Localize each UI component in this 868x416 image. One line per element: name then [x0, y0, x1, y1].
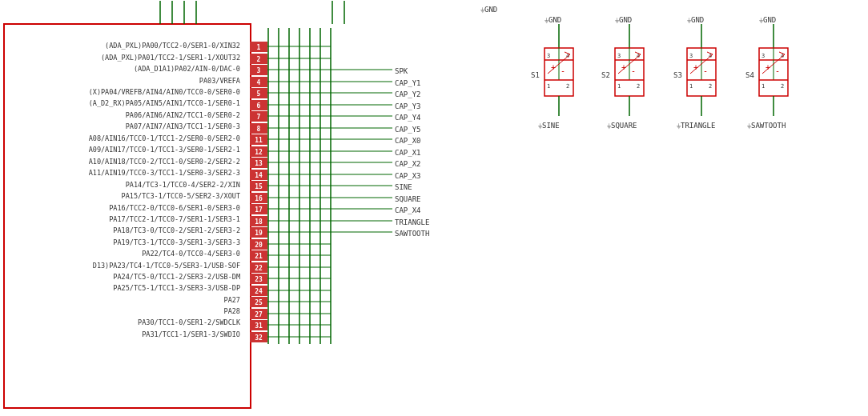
pin-num-7: 7	[257, 114, 261, 121]
signal-cap-x1: CAP_X1	[395, 149, 421, 157]
s1-pin2: 2	[566, 83, 569, 90]
s3-label: S3	[673, 71, 682, 79]
signal-sine: SINE	[395, 183, 412, 191]
s1-pin1: 1	[547, 83, 550, 90]
signal-cap-y5: CAP_Y5	[395, 126, 421, 134]
pin-label-8: PA07/AIN7/AIN3/TCC1-1/SER0-3	[126, 122, 240, 130]
s4-minus: -	[775, 66, 780, 75]
pin-label-19: PA22/TC4-0/TCC0-4/SER3-0	[142, 250, 240, 258]
s3-minus: -	[703, 66, 708, 75]
pin-label-10: A09/AIN17/TCC0-1/TCC1-3/SER0-1/SER2-1	[89, 146, 240, 154]
pin-label-2: (ADA_PXL)PA01/TCC2-1/SER1-1/XOUT32	[101, 54, 240, 62]
pin-num-21: 21	[255, 253, 263, 260]
pin-label-9: A08/AIN16/TCC0-1/TCC1-2/SER0-0/SER2-0	[89, 134, 240, 142]
gnd-top: ⏚GND	[480, 6, 497, 14]
s4-plus: +	[766, 63, 770, 72]
pin-num-13: 13	[255, 160, 263, 167]
pin-num-27: 27	[255, 311, 263, 318]
pin-label-4: PA03/VREFA	[199, 77, 240, 85]
signal-cap-x4: CAP_X4	[395, 206, 421, 214]
pin-num-1: 1	[257, 44, 261, 51]
pin-label-17: PA18/TC3-0/TCC0-2/SER1-2/SER3-2	[113, 226, 240, 234]
pin-num-2: 2	[257, 56, 261, 63]
signal-sawtooth: SAWTOOTH	[395, 230, 429, 238]
pin-label-26: PA31/TCC1-1/SER1-3/SWDIO	[142, 330, 240, 338]
pin-num-16: 16	[255, 195, 263, 202]
pin-label-20: D13)PA23/TC4-1/TCC0-5/SER3-1/USB-SOF	[93, 262, 240, 270]
pin-label-25: PA30/TCC1-0/SER1-2/SWDCLK	[138, 318, 241, 326]
s1-pin3: 3	[547, 53, 550, 59]
pin-num-6: 6	[257, 102, 261, 110]
s2-pin3: 3	[617, 53, 621, 59]
pin-num-23: 23	[255, 276, 263, 283]
pin-num-20: 20	[255, 242, 263, 249]
gnd-s3-top: ⏚GND	[687, 16, 704, 24]
pin-num-8: 8	[257, 126, 261, 133]
signal-square: SQUARE	[395, 195, 421, 203]
gnd-s1-top: ⏚GND	[545, 16, 561, 24]
pin-label-12: A11/AIN19/TCC0-3/TCC1-1/SER0-3/SER2-3	[89, 169, 240, 177]
pin-num-14: 14	[255, 172, 263, 179]
s4-pin3: 3	[762, 53, 765, 59]
s3-pin2: 2	[709, 83, 712, 90]
pin-label-15: PA16/TCC2-0/TCC0-6/SER1-0/SER3-0	[109, 204, 240, 212]
s1-plus: +	[551, 63, 556, 72]
pin-num-24: 24	[255, 288, 263, 295]
pin-label-21: PA24/TC5-0/TCC1-2/SER3-2/USB-DM	[113, 273, 240, 281]
pin-label-18: PA19/TC3-1/TCC0-3/SER1-3/SER3-3	[113, 238, 240, 246]
s1-minus: -	[561, 66, 565, 75]
schematic-svg: (ADA_PXL)PA00/TCC2-0/SER1-0/XIN32 (ADA_P…	[0, 0, 868, 416]
schematic-container: (ADA_PXL)PA00/TCC2-0/SER1-0/XIN32 (ADA_P…	[0, 0, 868, 416]
pin-label-22: PA25/TC5-1/TCC1-3/SER3-3/USB-DP	[113, 284, 240, 292]
signal-spk: SPK	[395, 67, 408, 75]
signal-cap-y3: CAP_Y3	[395, 102, 421, 110]
s2-plus: +	[621, 63, 626, 72]
pin-label-7: PA06/AIN6/AIN2/TCC1-0/SER0-2	[126, 111, 240, 119]
signal-cap-x3: CAP_X3	[395, 172, 421, 180]
s2-pin1: 1	[617, 83, 621, 90]
s2-minus: -	[631, 66, 636, 75]
pin-num-32: 32	[255, 334, 263, 342]
s4-pin1: 1	[762, 83, 765, 90]
signal-cap-x0: CAP_X0	[395, 137, 421, 145]
pin-label-1: (ADA_PXL)PA00/TCC2-0/SER1-0/XIN32	[105, 42, 240, 50]
signal-triangle: TRIANGLE	[395, 218, 429, 226]
pin-num-18: 18	[255, 218, 263, 226]
square-label: ⏚SQUARE	[607, 122, 637, 130]
s3-pin3: 3	[689, 53, 693, 59]
pin-num-19: 19	[255, 230, 263, 237]
triangle-label: ⏚TRIANGLE	[677, 122, 715, 130]
s1-label: S1	[531, 71, 540, 79]
pin-label-16: PA17/TCC2-1/TCC0-7/SER1-1/SER3-1	[109, 215, 240, 223]
pin-label-6: (A_D2_RX)PA05/AIN5/AIN1/TCC0-1/SER0-1	[89, 99, 240, 107]
signal-cap-y2: CAP_Y2	[395, 90, 421, 98]
sawtooth-label: ⏚SAWTOOTH	[747, 122, 786, 130]
signal-cap-x2: CAP_X2	[395, 160, 421, 168]
gnd-s4-top: ⏚GND	[759, 16, 776, 24]
pin-num-31: 31	[255, 322, 263, 330]
pin-label-3: (ADA_D1A1)PA02/AIN-0/DAC-0	[134, 65, 240, 73]
pin-num-22: 22	[255, 265, 263, 272]
signal-cap-y1: CAP_Y1	[395, 79, 421, 87]
s4-label: S4	[745, 71, 754, 79]
signal-cap-y4: CAP_Y4	[395, 114, 421, 122]
pin-num-11: 11	[255, 137, 263, 144]
pin-label-11: A10/AIN18/TCC0-2/TCC1-0/SER0-2/SER2-2	[89, 158, 240, 166]
pin-num-12: 12	[255, 149, 263, 156]
pin-label-5: (X)PA04/VREFB/AIN4/AIN0/TCC0-0/SER0-0	[89, 88, 240, 96]
pin-num-17: 17	[255, 206, 263, 214]
pin-num-3: 3	[257, 67, 261, 74]
s3-pin1: 1	[689, 83, 693, 90]
pin-label-13: PA14/TC3-1/TCC0-4/SER2-2/XIN	[126, 181, 240, 189]
pin-num-5: 5	[257, 90, 261, 98]
s3-plus: +	[693, 63, 698, 72]
s2-pin2: 2	[637, 83, 640, 90]
pin-label-14: PA15/TC3-1/TCC0-5/SER2-3/XOUT	[122, 192, 240, 200]
pin-label-24: PA28	[224, 307, 240, 315]
pin-label-23: PA27	[224, 296, 240, 304]
sine-label: ⏚SINE	[538, 122, 560, 130]
s2-label: S2	[601, 71, 610, 79]
pin-num-15: 15	[255, 183, 263, 190]
pin-num-4: 4	[257, 79, 261, 86]
pin-num-25: 25	[255, 299, 263, 306]
